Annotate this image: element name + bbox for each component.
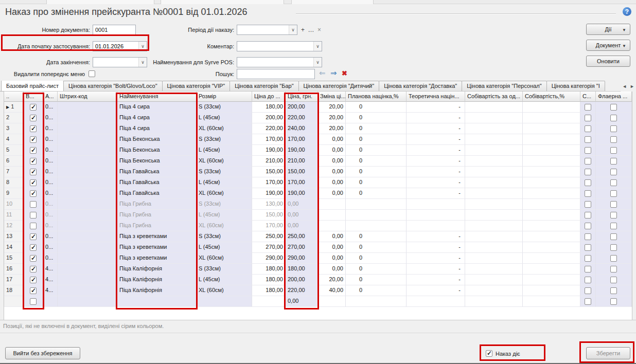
tab-price-category-2[interactable]: Цінова категорія "VIP" <box>162 81 231 91</box>
column-header-price[interactable]: Ціна, грн. <box>286 92 318 102</box>
cell-barcode[interactable] <box>58 221 117 231</box>
cell-barcode[interactable] <box>58 231 117 242</box>
flyer-checkbox[interactable] <box>610 125 617 132</box>
cell-article[interactable]: 0... <box>43 253 58 264</box>
cell-name[interactable]: Піца Каліфорнія <box>117 264 197 275</box>
column-header-size[interactable]: Розмір <box>197 92 252 102</box>
cell-size[interactable]: S (33см) <box>197 134 252 145</box>
s-flag-checkbox[interactable] <box>585 212 591 219</box>
s-flag-checkbox[interactable] <box>585 125 591 132</box>
flyer-checkbox[interactable] <box>610 233 617 240</box>
table-row[interactable]: 150...Піца з креветкамиXL (60см)290,0029… <box>4 253 632 264</box>
cell-name[interactable]: Піца Беконська <box>117 145 197 156</box>
cell-barcode[interactable] <box>58 156 117 167</box>
tab-price-category-1[interactable]: Цінова категорія "Bolt/Glovo/Loco" <box>63 81 163 91</box>
cell-price[interactable]: 250,00 <box>286 231 318 242</box>
s-flag-checkbox[interactable] <box>585 136 591 143</box>
cell-article[interactable]: 0... <box>43 231 58 242</box>
cell-name[interactable]: Піца Каліфорнія <box>117 275 197 285</box>
cell-barcode[interactable] <box>58 199 117 210</box>
cell-barcode[interactable] <box>58 296 117 307</box>
cell-price[interactable]: 210,00 <box>286 156 318 167</box>
column-header-inc[interactable]: В... <box>24 92 43 102</box>
cell-price[interactable]: 200,00 <box>286 102 318 113</box>
exit-without-saving-button[interactable]: Вийти без збереження <box>5 347 80 359</box>
cell-size[interactable]: XL (60см) <box>197 123 252 134</box>
search-input[interactable] <box>237 69 315 79</box>
cell-price[interactable]: 290,00 <box>286 253 318 264</box>
cell-price[interactable]: 150,00 <box>286 167 318 177</box>
flyer-checkbox[interactable] <box>610 298 617 305</box>
cell-price[interactable]: 0,00 <box>286 221 318 231</box>
table-row[interactable]: 100...Піца ГрибнаS (33см)130,000,00 <box>4 199 632 210</box>
chevron-down-icon[interactable]: ∨ <box>289 25 297 34</box>
cell-name[interactable]: Піца 4 сира <box>117 113 197 123</box>
column-header-cost[interactable]: Собівартість за од... <box>465 92 523 102</box>
chevron-down-icon[interactable]: ∨ <box>313 42 322 51</box>
cell-price[interactable]: 220,00 <box>286 285 318 296</box>
cell-article[interactable]: 4... <box>43 285 58 296</box>
cell-size[interactable]: XL (60см) <box>197 253 252 264</box>
tab-scroll-right-icon[interactable]: ► <box>630 84 634 89</box>
cell-barcode[interactable] <box>58 102 117 113</box>
tab-price-category-4[interactable]: Цінова категорія "Дитячий" <box>298 81 380 91</box>
cell-price[interactable]: 170,00 <box>286 134 318 145</box>
s-flag-checkbox[interactable] <box>585 287 591 294</box>
s-flag-checkbox[interactable] <box>585 201 591 208</box>
cell-price[interactable]: 190,00 <box>286 145 318 156</box>
save-button[interactable]: Зберегти <box>586 347 630 359</box>
table-row[interactable]: 174...Піца КаліфорніяL (45см)180,00200,0… <box>4 275 632 285</box>
tab-price-category-3[interactable]: Цінова категорія "Бар" <box>229 81 298 91</box>
cell-name[interactable]: Піца з креветками <box>117 242 197 253</box>
cell-size[interactable] <box>197 296 252 307</box>
s-flag-checkbox[interactable] <box>585 233 591 240</box>
column-header-chg[interactable]: Зміна ці... <box>318 92 346 102</box>
cell-article[interactable]: 0... <box>43 156 58 167</box>
cell-size[interactable]: XL (60см) <box>197 285 252 296</box>
table-row[interactable]: 164...Піца КаліфорніяS (33см)180,00180,0… <box>4 264 632 275</box>
cell-article[interactable]: 0... <box>43 167 58 177</box>
cell-barcode[interactable] <box>58 253 117 264</box>
include-checkbox[interactable] <box>30 287 37 294</box>
s-flag-checkbox[interactable] <box>585 266 591 272</box>
column-header-plan[interactable]: Планова націнка,% <box>346 92 407 102</box>
flyer-checkbox[interactable] <box>610 212 617 219</box>
comment-input[interactable] <box>237 42 313 51</box>
flyer-checkbox[interactable] <box>610 179 617 186</box>
cell-barcode[interactable] <box>58 188 117 199</box>
flyer-checkbox[interactable] <box>610 244 617 251</box>
cell-article[interactable]: 0... <box>43 188 58 199</box>
cell-name[interactable]: Піца Беконська <box>117 156 197 167</box>
cell-price[interactable]: 0,00 <box>286 199 318 210</box>
cell-name[interactable] <box>117 296 197 307</box>
cell-name[interactable]: Піца Грибна <box>117 221 197 231</box>
cell-article[interactable]: 0... <box>43 123 58 134</box>
order-period-input[interactable] <box>237 25 289 34</box>
cell-barcode[interactable] <box>58 145 117 156</box>
s-flag-checkbox[interactable] <box>585 298 591 305</box>
cell-article[interactable]: 4... <box>43 275 58 285</box>
cell-price[interactable]: 270,00 <box>286 242 318 253</box>
column-header-fly[interactable]: Флаерна ... <box>596 92 632 102</box>
include-checkbox[interactable] <box>30 244 37 251</box>
flyer-checkbox[interactable] <box>610 223 617 229</box>
cell-size[interactable]: L (45см) <box>197 210 252 221</box>
cell-name[interactable]: Піца 4 сира <box>117 123 197 134</box>
cell-barcode[interactable] <box>58 167 117 177</box>
cell-price[interactable]: 200,00 <box>286 275 318 285</box>
delete-prev-menu-checkbox[interactable] <box>89 70 95 77</box>
table-row[interactable]: 120...Піца ГрибнаXL (60см)170,000,00 <box>4 221 632 231</box>
include-checkbox[interactable] <box>30 190 37 197</box>
chevron-down-icon[interactable]: ∨ <box>313 58 322 67</box>
cell-name[interactable]: Піца 4 сира <box>117 102 197 113</box>
flyer-checkbox[interactable] <box>610 169 617 175</box>
column-header-name[interactable]: Найменування <box>117 92 197 102</box>
table-row[interactable]: 40...Піца БеконськаS (33см)170,00170,000… <box>4 134 632 145</box>
search-next-icon[interactable]: ⇒ <box>330 68 337 78</box>
include-checkbox[interactable] <box>30 266 37 272</box>
s-flag-checkbox[interactable] <box>585 255 591 262</box>
include-checkbox[interactable] <box>30 233 37 240</box>
column-header-s[interactable]: С... <box>580 92 596 102</box>
search-clear-icon[interactable]: ✖ <box>342 69 347 77</box>
s-flag-checkbox[interactable] <box>585 104 591 111</box>
